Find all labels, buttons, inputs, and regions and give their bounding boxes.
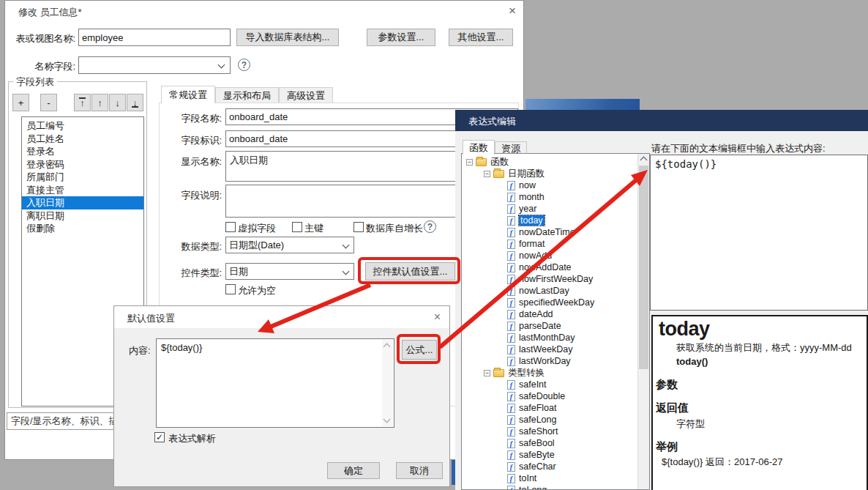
field-id-label: 字段标识:: [171, 134, 222, 147]
function-icon: f: [507, 251, 515, 261]
function-icon: f: [507, 345, 515, 354]
scroll-up-icon[interactable]: [638, 154, 649, 166]
function-icon: f: [507, 450, 515, 460]
tree-item[interactable]: fparseDate: [507, 320, 561, 332]
expr-tab-1[interactable]: 函数: [463, 140, 495, 155]
tab-3[interactable]: 高级设置: [279, 87, 333, 103]
tree-item[interactable]: fnowAdd: [507, 250, 552, 261]
list-item[interactable]: 员工姓名: [22, 133, 143, 146]
name-field-combobox[interactable]: [78, 56, 231, 74]
function-icon: f: [507, 404, 515, 413]
primary-key-checkbox[interactable]: [292, 222, 302, 232]
tree-item[interactable]: fsafeBool: [507, 437, 555, 449]
function-icon: f: [507, 380, 515, 390]
tree-item[interactable]: flastMonthDay: [507, 332, 575, 344]
move-up-button[interactable]: ↑: [91, 94, 108, 111]
tree-item[interactable]: ftoInt: [507, 472, 536, 484]
list-item[interactable]: 所属部门: [22, 171, 143, 184]
tree-item[interactable]: fsafeInt: [507, 379, 547, 390]
scroll-down-icon[interactable]: [384, 416, 391, 423]
textarea-scrollbar[interactable]: [382, 340, 393, 426]
tree-item[interactable]: fnowLastDay: [507, 285, 569, 297]
scrollbar-thumb[interactable]: [639, 166, 648, 369]
virtual-field-checkbox[interactable]: [225, 222, 236, 232]
tree-item[interactable]: −类型转换: [484, 367, 545, 379]
default-value-dialog: 默认值设置 × 内容: ${today()} 公式... ✓ 表达式解析 确定 …: [113, 305, 450, 487]
doc-example: ${today()} 返回：2017-06-27: [662, 456, 867, 469]
collapse-icon[interactable]: −: [484, 370, 490, 376]
move-top-button[interactable]: ↑: [74, 94, 91, 111]
tree-item-label: dateAdd: [519, 309, 553, 319]
formula-button[interactable]: 公式...: [402, 340, 437, 360]
help-icon[interactable]: ?: [424, 220, 436, 233]
expression-editor-titlebar[interactable]: 表达式编辑: [455, 110, 868, 131]
data-type-select[interactable]: 日期型(Date): [225, 237, 354, 253]
tab-2[interactable]: 显示和布局: [215, 87, 279, 103]
function-icon: f: [507, 357, 515, 366]
tree-item[interactable]: fnowFirstWeekDay: [507, 273, 593, 285]
tree-item[interactable]: fnowDateTime: [507, 226, 575, 238]
allow-null-checkbox[interactable]: [225, 284, 236, 294]
tree-item[interactable]: fspecifiedWeekDay: [507, 297, 594, 308]
tree-item[interactable]: fdateAdd: [507, 308, 553, 320]
table-name-input[interactable]: employee: [78, 29, 231, 46]
remove-field-button[interactable]: -: [40, 94, 57, 111]
tree-item[interactable]: fsafeDouble: [507, 390, 565, 402]
tree-item-label: specifiedWeekDay: [519, 297, 594, 308]
close-icon[interactable]: ×: [509, 4, 516, 18]
function-icon: f: [507, 193, 515, 202]
tree-item[interactable]: −日期函数: [484, 168, 545, 179]
tree-item[interactable]: flastWeekDay: [507, 344, 572, 355]
collapse-icon[interactable]: −: [484, 171, 490, 177]
function-icon: f: [507, 204, 515, 214]
list-item[interactable]: 离职日期: [22, 209, 143, 223]
parameter-settings-button[interactable]: 参数设置...: [367, 29, 435, 46]
list-item[interactable]: 登录名: [22, 145, 143, 158]
import-table-structure-button[interactable]: 导入数据库表结构...: [236, 29, 339, 46]
tree-item-label: nowLastDay: [519, 286, 569, 296]
field-list-group-label: 字段列表: [13, 75, 57, 89]
scroll-up-icon[interactable]: [384, 344, 391, 351]
other-settings-button[interactable]: 其他设置...: [449, 29, 513, 46]
tree-item[interactable]: fyear: [507, 203, 536, 215]
tree-item[interactable]: fnowAddDate: [507, 261, 572, 273]
auto-increment-checkbox[interactable]: [353, 222, 364, 232]
tree-item[interactable]: fsafeFloat: [507, 402, 556, 414]
tree-item[interactable]: ftoLong: [507, 484, 547, 490]
collapse-icon[interactable]: −: [466, 159, 473, 166]
move-bottom-button[interactable]: ↓: [127, 94, 143, 111]
list-item[interactable]: 员工编号: [22, 119, 143, 133]
control-default-value-button[interactable]: 控件默认值设置...: [365, 262, 455, 281]
tree-item-label: nowAdd: [519, 250, 552, 261]
help-icon[interactable]: ?: [238, 59, 250, 71]
control-type-select[interactable]: 日期: [225, 263, 354, 280]
tree-item[interactable]: fsafeChar: [507, 461, 556, 472]
tree-item-label: format: [519, 239, 545, 249]
tree-item[interactable]: fsafeLong: [507, 414, 556, 426]
tree-item[interactable]: fsafeShort: [507, 426, 558, 437]
list-item[interactable]: 直接主管: [22, 184, 143, 197]
tree-item[interactable]: flastWorkDay: [507, 355, 571, 367]
tree-item[interactable]: fmonth: [507, 191, 545, 203]
tree-item[interactable]: fnow: [507, 179, 536, 191]
expression-input[interactable]: ${today()}: [650, 155, 868, 311]
list-item[interactable]: 入职日期: [22, 196, 143, 209]
function-icon: f: [507, 427, 515, 437]
tree-item[interactable]: fsafeByte: [507, 449, 555, 461]
dialog-title: 修改 员工信息*: [18, 6, 82, 19]
tree-scrollbar[interactable]: [637, 154, 649, 489]
tree-item[interactable]: fformat: [507, 238, 545, 250]
cancel-button[interactable]: 取消: [396, 462, 443, 479]
add-field-button[interactable]: +: [12, 94, 29, 111]
move-down-button[interactable]: ↓: [109, 94, 126, 111]
list-item[interactable]: 登录密码: [22, 158, 143, 171]
parse-expression-checkbox[interactable]: ✓: [154, 432, 165, 442]
tree-item[interactable]: −函数: [466, 156, 509, 168]
tree-item[interactable]: ftoday: [507, 215, 545, 226]
content-textarea[interactable]: ${today()}: [156, 338, 394, 428]
tab-1[interactable]: 常规设置: [161, 86, 215, 103]
list-item[interactable]: 假删除: [22, 222, 143, 235]
ok-button[interactable]: 确定: [327, 462, 380, 479]
doc-signature: today(): [676, 354, 867, 368]
close-icon[interactable]: ×: [434, 311, 441, 324]
